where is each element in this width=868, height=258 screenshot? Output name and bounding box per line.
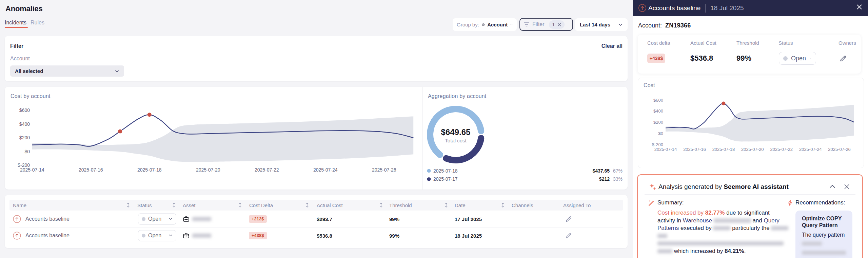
svg-text:2025-07-14: 2025-07-14 bbox=[20, 167, 44, 173]
svg-text:2025-07-18: 2025-07-18 bbox=[712, 147, 735, 152]
svg-text:67%: 67% bbox=[613, 168, 623, 174]
svg-text:2025-07-17: 2025-07-17 bbox=[433, 176, 458, 182]
svg-text:$600: $600 bbox=[19, 107, 30, 113]
svg-text:33%: 33% bbox=[613, 176, 623, 182]
svg-text:$0: $0 bbox=[24, 149, 30, 154]
svg-text:2025-07-20: 2025-07-20 bbox=[741, 147, 764, 152]
svg-text:$400: $400 bbox=[653, 108, 663, 114]
svg-text:2025-07-18: 2025-07-18 bbox=[433, 168, 458, 174]
svg-text:2025-07-18: 2025-07-18 bbox=[137, 167, 162, 173]
svg-text:2025-07-14: 2025-07-14 bbox=[654, 147, 677, 152]
svg-text:$400: $400 bbox=[19, 121, 30, 127]
svg-text:$600: $600 bbox=[653, 98, 663, 103]
svg-text:$-200: $-200 bbox=[652, 142, 663, 147]
svg-text:$0: $0 bbox=[658, 131, 663, 136]
svg-text:2025-07-22: 2025-07-22 bbox=[255, 167, 279, 173]
svg-text:2025-07-26: 2025-07-26 bbox=[828, 147, 851, 152]
svg-text:2025-07-24: 2025-07-24 bbox=[313, 167, 338, 173]
svg-text:2025-07-26: 2025-07-26 bbox=[372, 167, 396, 173]
svg-text:2025-07-24: 2025-07-24 bbox=[799, 147, 822, 152]
svg-text:$437.65: $437.65 bbox=[592, 168, 610, 174]
svg-text:2025-07-22: 2025-07-22 bbox=[770, 147, 793, 152]
svg-text:$200: $200 bbox=[653, 120, 663, 125]
svg-text:$200: $200 bbox=[19, 135, 30, 140]
svg-text:2025-07-16: 2025-07-16 bbox=[79, 167, 103, 173]
svg-text:Total cost: Total cost bbox=[445, 138, 467, 143]
svg-text:2025-07-20: 2025-07-20 bbox=[196, 167, 220, 173]
svg-text:$649.65: $649.65 bbox=[441, 127, 471, 137]
svg-text:$212: $212 bbox=[599, 176, 610, 182]
svg-text:2025-07-16: 2025-07-16 bbox=[683, 147, 706, 152]
